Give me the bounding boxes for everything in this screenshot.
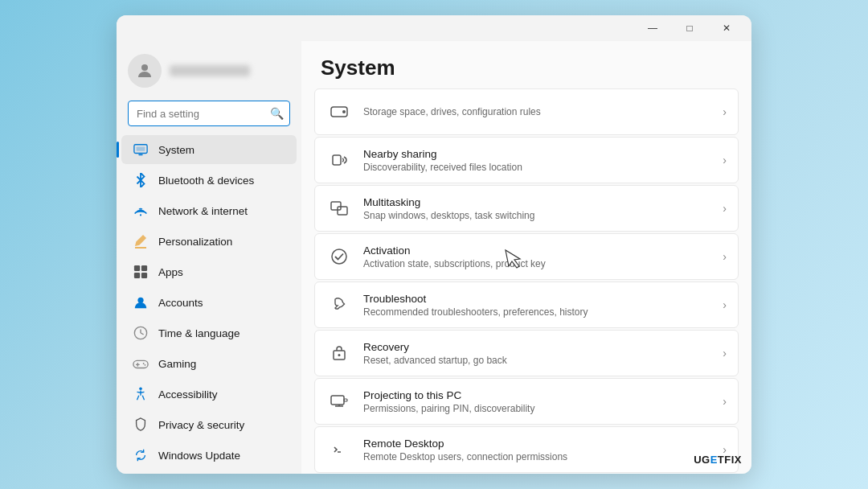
svg-rect-27: [338, 207, 347, 215]
settings-item-projecting[interactable]: Projecting to this PC Permissions, pairi…: [314, 378, 739, 425]
user-profile: [117, 41, 301, 97]
system-icon: [133, 142, 149, 158]
sidebar-label-privacy: Privacy & security: [158, 419, 244, 431]
activation-text: Activation Activation state, subscriptio…: [363, 244, 711, 269]
search-input[interactable]: [128, 101, 290, 126]
svg-rect-26: [331, 202, 341, 210]
svg-rect-2: [137, 146, 145, 150]
settings-item-troubleshoot[interactable]: Troubleshoot Recommended troubleshooters…: [314, 281, 739, 328]
settings-item-nearby[interactable]: Nearby sharing Discoverability, received…: [314, 137, 739, 183]
troubleshoot-desc: Recommended troubleshooters, preferences…: [363, 306, 711, 318]
sidebar-item-accounts[interactable]: Accounts: [121, 288, 297, 317]
sidebar-label-system: System: [158, 144, 194, 156]
sidebar-item-personalization[interactable]: Personalization: [121, 227, 297, 256]
activation-chevron: ›: [723, 250, 727, 263]
settings-item-multitasking[interactable]: Multitasking Snap windows, desktops, tas…: [314, 185, 739, 232]
projecting-icon: [326, 388, 352, 414]
projecting-text: Projecting to this PC Permissions, pairi…: [363, 389, 711, 414]
troubleshoot-chevron: ›: [723, 298, 727, 311]
recovery-text: Recovery Reset, advanced startup, go bac…: [363, 341, 711, 366]
settings-list: Storage space, drives, configuration rul…: [301, 88, 751, 474]
nearby-desc: Discoverability, received files location: [363, 162, 711, 173]
privacy-icon: [133, 417, 149, 433]
recovery-title: Recovery: [363, 341, 711, 353]
sidebar-item-apps[interactable]: Apps: [121, 257, 297, 286]
svg-point-28: [332, 249, 346, 264]
settings-item-storage[interactable]: Storage space, drives, configuration rul…: [314, 88, 739, 135]
watermark-suffix: TFIX: [718, 454, 742, 466]
sidebar: 🔍 System Bluetoo: [117, 41, 301, 474]
remote-text: Remote Desktop Remote Desktop users, con…: [363, 438, 711, 462]
svg-rect-8: [134, 273, 140, 278]
sidebar-label-time: Time & language: [158, 327, 240, 339]
nearby-title: Nearby sharing: [363, 148, 711, 160]
maximize-button[interactable]: □: [671, 15, 708, 41]
svg-rect-6: [134, 265, 140, 271]
storage-chevron: ›: [723, 105, 727, 118]
avatar: [128, 54, 162, 88]
multitasking-icon: [326, 195, 352, 221]
sidebar-item-accessibility[interactable]: Accessibility: [121, 380, 297, 409]
svg-rect-7: [141, 265, 147, 271]
sidebar-item-privacy[interactable]: Privacy & security: [121, 410, 297, 439]
settings-item-activation[interactable]: Activation Activation state, subscriptio…: [314, 233, 739, 280]
gaming-icon: [133, 355, 149, 372]
svg-point-4: [140, 214, 141, 216]
recovery-chevron: ›: [723, 347, 727, 360]
sidebar-label-network: Network & internet: [158, 205, 248, 217]
sidebar-item-gaming[interactable]: Gaming: [121, 349, 297, 378]
network-icon: [133, 203, 149, 219]
title-bar: — □ ✕: [117, 15, 751, 41]
svg-line-13: [141, 333, 144, 335]
activation-title: Activation: [363, 244, 711, 257]
remote-desc: Remote Desktop users, connection permiss…: [363, 451, 711, 462]
sidebar-label-accessibility: Accessibility: [158, 388, 218, 401]
accessibility-icon: [133, 386, 149, 402]
svg-point-19: [139, 387, 142, 390]
remote-icon: [326, 437, 352, 462]
settings-item-remote[interactable]: Remote Desktop Remote Desktop users, con…: [314, 426, 739, 473]
projecting-desc: Permissions, pairing PIN, discoverabilit…: [363, 403, 711, 414]
svg-line-22: [142, 396, 144, 400]
svg-point-24: [342, 110, 346, 113]
nearby-text: Nearby sharing Discoverability, received…: [363, 148, 711, 173]
projecting-chevron: ›: [723, 395, 727, 408]
sidebar-item-system[interactable]: System: [121, 135, 297, 164]
sidebar-item-network[interactable]: Network & internet: [121, 196, 297, 225]
svg-rect-9: [141, 273, 147, 278]
time-icon: [133, 325, 149, 341]
recovery-desc: Reset, advanced startup, go back: [363, 355, 711, 366]
troubleshoot-text: Troubleshoot Recommended troubleshooters…: [363, 293, 711, 318]
multitasking-desc: Snap windows, desktops, task switching: [363, 210, 711, 221]
svg-rect-3: [138, 154, 142, 155]
main-content: System Storage space, drives, configurat…: [301, 41, 751, 474]
sidebar-label-update: Windows Update: [158, 450, 240, 462]
sidebar-item-bluetooth[interactable]: Bluetooth & devices: [121, 166, 297, 195]
storage-icon: [326, 99, 352, 125]
multitasking-chevron: ›: [723, 202, 727, 215]
user-name: [170, 65, 250, 76]
search-box: 🔍: [128, 101, 290, 126]
sidebar-item-update[interactable]: Windows Update: [121, 441, 297, 470]
multitasking-title: Multitasking: [363, 196, 711, 208]
close-button[interactable]: ✕: [708, 15, 745, 41]
minimize-button[interactable]: —: [634, 15, 671, 41]
activation-desc: Activation state, subscriptions, product…: [363, 258, 711, 269]
sidebar-label-apps: Apps: [158, 266, 183, 278]
svg-point-18: [145, 364, 146, 366]
page-title: System: [301, 41, 751, 88]
svg-point-30: [338, 354, 341, 356]
search-icon: 🔍: [270, 107, 284, 120]
apps-icon: [133, 264, 149, 280]
projecting-title: Projecting to this PC: [363, 389, 711, 401]
watermark: UGETFIX: [694, 454, 742, 466]
sidebar-label-personalization: Personalization: [158, 236, 232, 248]
activation-icon: [326, 244, 352, 269]
watermark-highlight: E: [710, 454, 718, 466]
troubleshoot-title: Troubleshoot: [363, 293, 711, 305]
accounts-icon: [133, 294, 149, 310]
sidebar-item-time[interactable]: Time & language: [121, 318, 297, 347]
settings-item-recovery[interactable]: Recovery Reset, advanced startup, go bac…: [314, 330, 739, 376]
troubleshoot-icon: [326, 292, 352, 318]
storage-desc: Storage space, drives, configuration rul…: [363, 106, 711, 117]
